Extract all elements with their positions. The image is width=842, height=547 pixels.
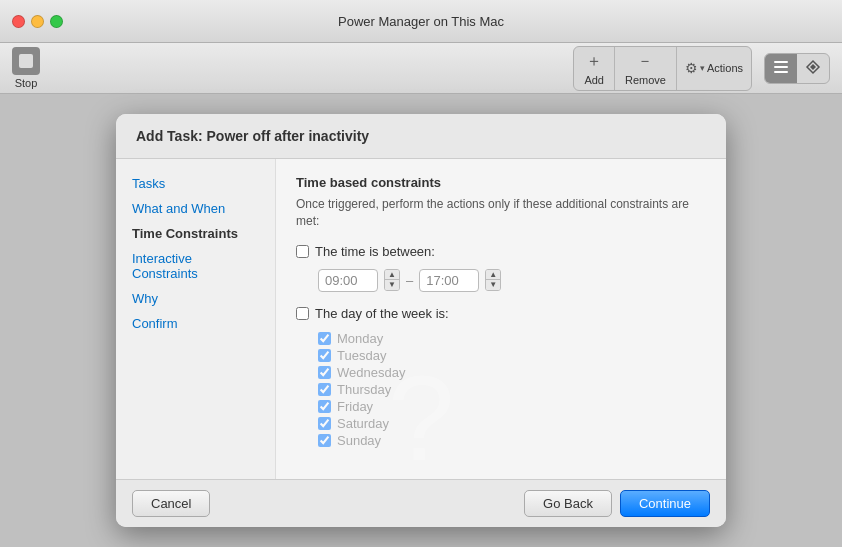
add-remove-group: ＋ Add － Remove ⚙ ▾ Actions (573, 46, 752, 91)
sunday-checkbox[interactable] (318, 434, 331, 447)
footer-btn-group: Go Back Continue (524, 490, 710, 517)
time-start-field: 09:00 (318, 269, 378, 292)
main-content: ? Add Task: Power off after inactivity T… (0, 94, 842, 547)
sunday-label: Sunday (337, 433, 381, 448)
titlebar: Power Manager on This Mac (0, 0, 842, 43)
thursday-label: Thursday (337, 382, 391, 397)
nav-item-why[interactable]: Why (116, 286, 275, 311)
day-of-week-row: The day of the week is: (296, 306, 706, 321)
actions-chevron-icon: ▾ (700, 63, 705, 73)
cancel-button[interactable]: Cancel (132, 490, 210, 517)
dialog-header: Add Task: Power off after inactivity (116, 114, 726, 159)
gear-icon: ⚙ (685, 60, 698, 76)
list-view-button[interactable] (765, 54, 797, 83)
day-tuesday[interactable]: Tuesday (318, 348, 706, 363)
remove-button[interactable]: － Remove (615, 47, 677, 90)
friday-label: Friday (337, 399, 373, 414)
dialog-footer: Cancel Go Back Continue (116, 479, 726, 527)
time-dash: – (406, 273, 413, 288)
wednesday-label: Wednesday (337, 365, 405, 380)
go-back-button[interactable]: Go Back (524, 490, 612, 517)
section-title: Time based constraints (296, 175, 706, 190)
close-button[interactable] (12, 15, 25, 28)
add-button[interactable]: ＋ Add (574, 47, 615, 90)
wednesday-checkbox[interactable] (318, 366, 331, 379)
day-saturday[interactable]: Saturday (318, 416, 706, 431)
add-icon: ＋ (586, 51, 602, 72)
section-desc: Once triggered, perform the actions only… (296, 196, 706, 230)
day-of-week-label: The day of the week is: (315, 306, 449, 321)
minimize-button[interactable] (31, 15, 44, 28)
stepper-down-icon[interactable]: ▼ (385, 280, 399, 290)
actions-button[interactable]: ⚙ ▾ Actions (677, 56, 751, 80)
time-end-field: 17:00 (419, 269, 479, 292)
window-controls[interactable] (12, 15, 63, 28)
friday-checkbox[interactable] (318, 400, 331, 413)
time-start-stepper[interactable]: ▲ ▼ (384, 269, 400, 291)
svg-rect-2 (774, 71, 788, 73)
nav-item-what-and-when[interactable]: What and When (116, 196, 275, 221)
monday-checkbox[interactable] (318, 332, 331, 345)
nav-item-tasks[interactable]: Tasks (116, 171, 275, 196)
svg-rect-1 (774, 66, 788, 68)
time-start-value: 09:00 (325, 273, 358, 288)
stepper-up-end-icon[interactable]: ▲ (486, 270, 500, 280)
toolbar: Stop ＋ Add － Remove ⚙ ▾ Actions (0, 43, 842, 94)
view-group (764, 53, 830, 84)
nav-item-interactive-constraints[interactable]: Interactive Constraints (116, 246, 275, 286)
day-thursday[interactable]: Thursday (318, 382, 706, 397)
time-end-stepper[interactable]: ▲ ▼ (485, 269, 501, 291)
time-between-row: The time is between: (296, 244, 706, 259)
saturday-label: Saturday (337, 416, 389, 431)
time-end-value: 17:00 (426, 273, 459, 288)
content-area: Time based constraints Once triggered, p… (276, 159, 726, 479)
minus-icon: － (637, 51, 653, 72)
day-friday[interactable]: Friday (318, 399, 706, 414)
stop-icon (12, 47, 40, 75)
saturday-checkbox[interactable] (318, 417, 331, 430)
nav-item-confirm[interactable]: Confirm (116, 311, 275, 336)
nav-item-time-constraints[interactable]: Time Constraints (116, 221, 275, 246)
stepper-down-end-icon[interactable]: ▼ (486, 280, 500, 290)
monday-label: Monday (337, 331, 383, 346)
time-row: 09:00 ▲ ▼ – 17:00 ▲ ▼ (318, 269, 706, 292)
thursday-checkbox[interactable] (318, 383, 331, 396)
tuesday-checkbox[interactable] (318, 349, 331, 362)
stop-button[interactable]: Stop (12, 47, 40, 89)
svg-rect-0 (774, 61, 788, 63)
continue-button[interactable]: Continue (620, 490, 710, 517)
dialog-body: Tasks What and When Time Constraints Int… (116, 159, 726, 479)
time-between-label: The time is between: (315, 244, 435, 259)
day-wednesday[interactable]: Wednesday (318, 365, 706, 380)
icon-view-button[interactable] (797, 54, 829, 83)
day-of-week-checkbox[interactable] (296, 307, 309, 320)
time-between-checkbox[interactable] (296, 245, 309, 258)
maximize-button[interactable] (50, 15, 63, 28)
day-section: The day of the week is: Monday Tuesday (296, 306, 706, 448)
day-list: Monday Tuesday Wednesday Thursday (318, 331, 706, 448)
window-title: Power Manager on This Mac (338, 14, 504, 29)
stepper-up-icon[interactable]: ▲ (385, 270, 399, 280)
dialog-title: Add Task: Power off after inactivity (136, 128, 369, 144)
day-sunday[interactable]: Sunday (318, 433, 706, 448)
nav-sidebar: Tasks What and When Time Constraints Int… (116, 159, 276, 479)
tuesday-label: Tuesday (337, 348, 386, 363)
day-monday[interactable]: Monday (318, 331, 706, 346)
dialog: Add Task: Power off after inactivity Tas… (116, 114, 726, 527)
